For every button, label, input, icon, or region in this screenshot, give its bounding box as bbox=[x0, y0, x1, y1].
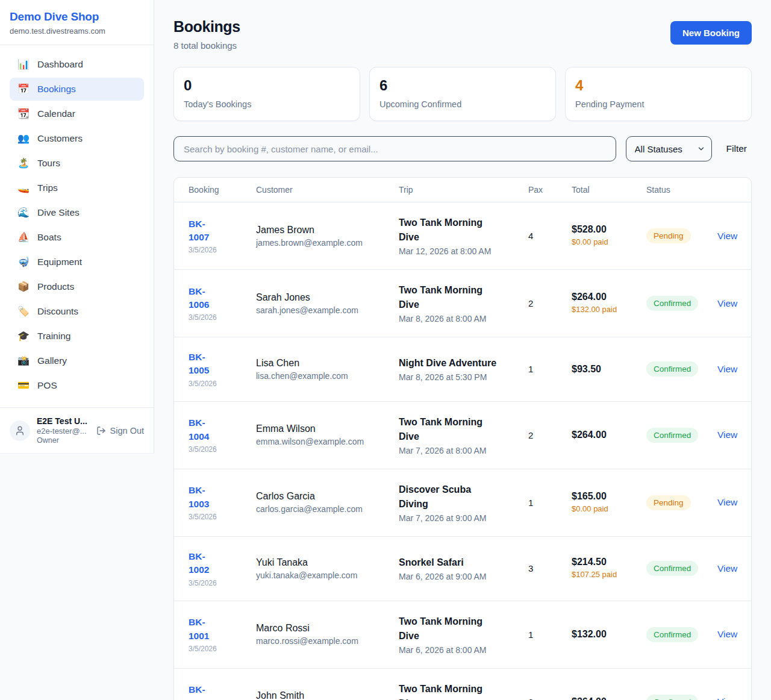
nav-item-label: Bookings bbox=[37, 84, 76, 95]
nav-item-label: Trips bbox=[37, 183, 58, 193]
sidebar-item-discounts[interactable]: 🏷️ Discounts bbox=[10, 300, 144, 323]
total-amount: $132.00 bbox=[572, 629, 646, 640]
trip-datetime: Mar 6, 2026 at 9:00 AM bbox=[399, 572, 528, 581]
stat-label: Today's Bookings bbox=[184, 99, 350, 109]
nav-item-icon: 📊 bbox=[17, 60, 30, 69]
customer-name: Lisa Chen bbox=[256, 358, 399, 369]
booking-cell: BK-1001 3/5/2026 bbox=[189, 616, 256, 653]
booking-id-link[interactable]: BK-1001 bbox=[189, 616, 221, 643]
column-header-total: Total bbox=[572, 185, 646, 195]
view-cell: View bbox=[717, 430, 739, 440]
view-cell: View bbox=[717, 696, 739, 700]
trip-cell: Snorkel Safari Mar 6, 2026 at 9:00 AM bbox=[399, 555, 528, 581]
customer-email: marco.rossi@example.com bbox=[256, 636, 399, 646]
customer-name: James Brown bbox=[256, 225, 399, 236]
sidebar-item-products[interactable]: 📦 Products bbox=[10, 275, 144, 298]
nav-item-icon: 📦 bbox=[17, 282, 30, 292]
customer-email: carlos.garcia@example.com bbox=[256, 504, 399, 514]
sidebar-item-dashboard[interactable]: 📊 Dashboard bbox=[10, 53, 144, 76]
page-subtitle: 8 total bookings bbox=[173, 40, 240, 51]
booking-date: 3/5/2026 bbox=[189, 445, 256, 454]
table-row: BK-1001 3/5/2026 Marco Rossi marco.rossi… bbox=[174, 601, 751, 668]
user-role: Owner bbox=[37, 436, 89, 445]
view-link[interactable]: View bbox=[717, 430, 737, 440]
trip-cell: Two Tank Morning Dive Mar 6, 2026 at 8:0… bbox=[399, 682, 528, 700]
pax-cell: 2 bbox=[528, 430, 572, 440]
user-info: E2E Test U... e2e-tester@... Owner bbox=[37, 416, 89, 445]
search-input[interactable] bbox=[173, 136, 616, 161]
total-cell: $264.00 bbox=[572, 430, 646, 440]
stats-row: 0 Today's Bookings 6 Upcoming Confirmed … bbox=[173, 67, 752, 121]
brand-domain: demo.test.divestreams.com bbox=[10, 27, 144, 36]
view-cell: View bbox=[717, 231, 739, 242]
nav-item-icon: 📅 bbox=[17, 84, 30, 94]
booking-id-link[interactable]: BK-1000 bbox=[189, 683, 221, 700]
view-link[interactable]: View bbox=[717, 629, 737, 639]
table-row: BK-1006 3/5/2026 Sarah Jones sarah.jones… bbox=[174, 269, 751, 337]
filters-row: All Statuses Filter bbox=[173, 136, 752, 161]
sign-out-button[interactable]: Sign Out bbox=[95, 425, 145, 437]
total-amount: $93.50 bbox=[572, 364, 646, 375]
view-link[interactable]: View bbox=[717, 563, 737, 573]
trip-name: Discover Scuba Diving bbox=[399, 483, 498, 511]
sidebar-item-bookings[interactable]: 📅 Bookings bbox=[10, 78, 144, 101]
status-cell: Confirmed bbox=[646, 428, 717, 443]
booking-cell: BK-1000 3/5/2026 bbox=[189, 683, 256, 700]
sidebar-item-boats[interactable]: ⛵ Boats bbox=[10, 226, 144, 249]
view-link[interactable]: View bbox=[717, 497, 737, 507]
booking-cell: BK-1006 3/5/2026 bbox=[189, 285, 256, 322]
view-link[interactable]: View bbox=[717, 298, 737, 308]
status-badge: Pending bbox=[646, 228, 691, 243]
sidebar: Demo Dive Shop demo.test.divestreams.com… bbox=[0, 0, 154, 454]
view-link[interactable]: View bbox=[717, 696, 737, 700]
nav-item-label: Equipment bbox=[37, 257, 82, 267]
view-link[interactable]: View bbox=[717, 231, 737, 241]
sidebar-item-tours[interactable]: 🏝️ Tours bbox=[10, 152, 144, 175]
customer-name: Sarah Jones bbox=[256, 292, 399, 303]
sidebar-item-equipment[interactable]: 🤿 Equipment bbox=[10, 251, 144, 273]
new-booking-button[interactable]: New Booking bbox=[670, 21, 752, 45]
status-badge: Confirmed bbox=[646, 627, 698, 642]
table-row: BK-1002 3/5/2026 Yuki Tanaka yuki.tanaka… bbox=[174, 536, 751, 601]
status-select-wrap: All Statuses bbox=[626, 136, 712, 161]
sidebar-item-dive-sites[interactable]: 🌊 Dive Sites bbox=[10, 201, 144, 224]
nav-item-icon: 🚤 bbox=[17, 183, 30, 193]
customer-cell: Carlos Garcia carlos.garcia@example.com bbox=[256, 491, 399, 514]
filter-button[interactable]: Filter bbox=[722, 143, 752, 154]
sidebar-item-calendar[interactable]: 📆 Calendar bbox=[10, 102, 144, 125]
brand-name[interactable]: Demo Dive Shop bbox=[10, 10, 144, 23]
status-cell: Pending bbox=[646, 495, 717, 510]
nav-item-icon: 🌊 bbox=[17, 208, 30, 217]
nav-item-label: Customers bbox=[37, 133, 83, 144]
booking-id-link[interactable]: BK-1007 bbox=[189, 217, 221, 245]
booking-date: 3/5/2026 bbox=[189, 513, 256, 521]
view-cell: View bbox=[717, 364, 739, 375]
booking-date: 3/5/2026 bbox=[189, 313, 256, 322]
booking-id-link[interactable]: BK-1006 bbox=[189, 285, 221, 312]
trip-datetime: Mar 7, 2026 at 9:00 AM bbox=[399, 513, 528, 523]
sidebar-item-pos[interactable]: 💳 POS bbox=[10, 374, 144, 397]
nav-item-icon: 🏝️ bbox=[17, 158, 30, 168]
booking-id-link[interactable]: BK-1002 bbox=[189, 550, 221, 577]
sidebar-item-trips[interactable]: 🚤 Trips bbox=[10, 177, 144, 199]
booking-cell: BK-1004 3/5/2026 bbox=[189, 416, 256, 454]
sidebar-item-gallery[interactable]: 📸 Gallery bbox=[10, 349, 144, 372]
sidebar-item-training[interactable]: 🎓 Training bbox=[10, 325, 144, 348]
view-cell: View bbox=[717, 497, 739, 508]
customer-name: Emma Wilson bbox=[256, 423, 399, 434]
booking-cell: BK-1002 3/5/2026 bbox=[189, 550, 256, 587]
status-select[interactable]: All Statuses bbox=[626, 136, 712, 161]
booking-id-link[interactable]: BK-1004 bbox=[189, 416, 221, 443]
customer-cell: Lisa Chen lisa.chen@example.com bbox=[256, 358, 399, 381]
view-link[interactable]: View bbox=[717, 364, 737, 374]
table-row: BK-1004 3/5/2026 Emma Wilson emma.wilson… bbox=[174, 401, 751, 469]
nav-item-icon: 📆 bbox=[17, 109, 30, 119]
customer-cell: Emma Wilson emma.wilson@example.com bbox=[256, 423, 399, 446]
sidebar-item-customers[interactable]: 👥 Customers bbox=[10, 127, 144, 150]
nav-item-label: Products bbox=[37, 281, 74, 292]
total-cell: $132.00 bbox=[572, 629, 646, 640]
booking-cell: BK-1007 3/5/2026 bbox=[189, 217, 256, 255]
stat-card-today-s-bookings: 0 Today's Bookings bbox=[173, 67, 360, 121]
booking-id-link[interactable]: BK-1005 bbox=[189, 351, 221, 378]
booking-id-link[interactable]: BK-1003 bbox=[189, 484, 221, 511]
